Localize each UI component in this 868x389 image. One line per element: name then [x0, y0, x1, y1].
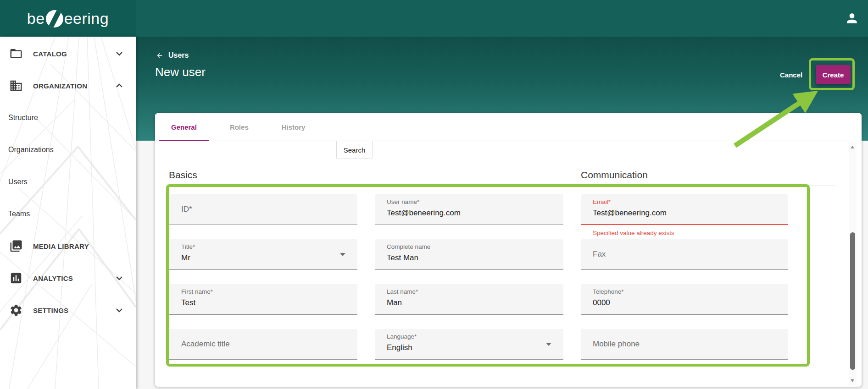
vertical-scrollbar[interactable] — [849, 142, 857, 386]
tab-bar: General Roles History — [155, 113, 862, 141]
complete-name-field[interactable]: Complete name Test Man — [375, 239, 563, 270]
communication-section-title: Communication — [581, 170, 648, 181]
title-select[interactable]: Title* Mr — [169, 239, 357, 270]
academic-title-field[interactable]: Academic title — [169, 329, 357, 360]
tab-roles[interactable]: Roles — [217, 113, 261, 141]
sidebar-nav: CATALOG ORGANIZATION Structure Organizat… — [0, 37, 136, 389]
sidebar-item-users[interactable]: Users — [0, 166, 136, 198]
chevron-down-icon — [116, 308, 123, 312]
sidebar-item-media-library[interactable]: MEDIA LIBRARY — [0, 230, 136, 262]
sidebar-item-analytics[interactable]: ANALYTICS — [0, 262, 136, 294]
brand-logo-n-icon — [46, 10, 63, 27]
email-field[interactable]: Email* Test@beneering.com — [581, 194, 788, 225]
sidebar-item-teams[interactable]: Teams — [0, 198, 136, 230]
sidebar-item-organizations[interactable]: Organizations — [0, 134, 136, 166]
scroll-down-icon[interactable] — [851, 379, 854, 382]
dropdown-caret-icon — [546, 343, 551, 346]
id-field[interactable]: ID* — [169, 194, 357, 225]
folder-icon — [9, 47, 23, 60]
basics-divider — [168, 186, 564, 186]
scroll-up-icon[interactable] — [851, 146, 854, 148]
fax-field[interactable]: Fax — [581, 239, 788, 270]
create-button[interactable]: Create — [816, 65, 851, 84]
cancel-button[interactable]: Cancel — [774, 68, 808, 82]
back-link-label: Users — [168, 51, 189, 60]
user-name-field[interactable]: User name* Test@beneering.com — [375, 194, 563, 225]
page-title: New user — [155, 65, 206, 79]
dropdown-caret-icon — [340, 253, 345, 256]
first-name-field[interactable]: First name* Test — [169, 284, 357, 315]
sidebar-item-structure[interactable]: Structure — [0, 102, 136, 134]
building-icon — [9, 79, 23, 93]
communication-divider — [580, 186, 836, 186]
sidebar-item-catalog[interactable]: CATALOG — [0, 38, 136, 70]
last-name-field[interactable]: Last name* Man — [375, 284, 563, 315]
chevron-down-icon — [116, 51, 123, 56]
email-error-text: Specified value already exists — [593, 230, 674, 236]
telephone-field[interactable]: Telephone* 0000 — [581, 284, 788, 315]
account-person-icon[interactable] — [845, 11, 859, 26]
language-select[interactable]: Language* English — [375, 329, 563, 360]
gear-icon — [9, 303, 23, 317]
basics-section-title: Basics — [169, 170, 197, 181]
brand-logo[interactable]: beeering — [0, 0, 136, 37]
active-tab-underline — [159, 140, 209, 141]
tab-history[interactable]: History — [269, 113, 318, 141]
back-arrow-icon — [155, 52, 164, 59]
tab-general[interactable]: General — [159, 113, 209, 141]
chevron-down-icon — [116, 276, 123, 280]
scrollbar-thumb[interactable] — [850, 232, 855, 370]
brand-logo-text: beeering — [27, 10, 109, 27]
sidebar-item-organization[interactable]: ORGANIZATION — [0, 70, 136, 102]
user-form-card: General Roles History Search Basics Comm… — [155, 113, 862, 387]
sidebar-item-settings[interactable]: SETTINGS — [0, 294, 136, 326]
analytics-icon — [9, 271, 23, 285]
chevron-up-icon — [116, 83, 123, 88]
back-to-users-link[interactable]: Users — [155, 51, 189, 60]
media-library-icon — [9, 239, 23, 253]
mobile-phone-field[interactable]: Mobile phone — [581, 329, 788, 360]
